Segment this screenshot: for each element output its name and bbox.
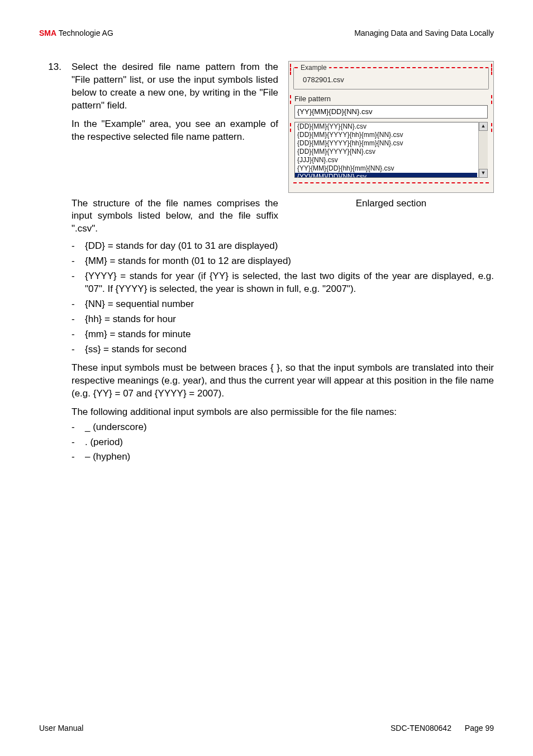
list-item: {mm} = stands for minute xyxy=(72,328,494,341)
braces-paragraph: These input symbols must be between brac… xyxy=(72,362,494,400)
list-item: – (hyphen) xyxy=(72,451,494,464)
step-number: 13. xyxy=(39,61,61,74)
scrollbar[interactable]: ▲ ▼ xyxy=(478,122,488,178)
list-item: {hh} = stands for hour xyxy=(72,313,494,326)
list-item: {YYYY} = stands for year (if {YY} is sel… xyxy=(72,270,494,296)
step-paragraph-1: Select the desired file name pattern fro… xyxy=(72,61,278,112)
page-footer: User Manual SDC-TEN080642 Page 99 xyxy=(39,723,494,734)
figure-bottom-dash xyxy=(293,182,489,187)
footer-page-number: Page 99 xyxy=(465,724,494,733)
file-pattern-label: File pattern xyxy=(294,94,488,104)
figure-caption: Enlarged section xyxy=(288,197,494,236)
list-item[interactable]: {DD}{MM}{YY}{NN}.csv xyxy=(295,122,477,131)
file-pattern-list[interactable]: {DD}{MM}{YY}{NN}.csv {DD}{MM}{YYYY}{hh}{… xyxy=(294,122,488,178)
example-value: 0782901.csv xyxy=(299,75,483,85)
header-section-title: Managing Data and Saving Data Locally xyxy=(354,28,494,39)
step-paragraph-2: In the "Example" area, you see an exampl… xyxy=(72,118,278,144)
list-item: {MM} = stands for month (01 to 12 are di… xyxy=(72,255,494,268)
list-item: {ss} = stands for second xyxy=(72,343,494,356)
list-item: . (period) xyxy=(72,436,494,449)
list-item[interactable]: {YY}{MM}{DD}{hh}{mm}{NN}.csv xyxy=(295,164,477,173)
symbol-list: {DD} = stands for day (01 to 31 are disp… xyxy=(72,240,494,356)
additional-symbols-intro: The following additional input symbols a… xyxy=(72,406,494,419)
example-group: Example 0782901.csv xyxy=(293,67,489,90)
list-item: {NN} = sequential number xyxy=(72,298,494,311)
page-header: SMA Technologie AG Managing Data and Sav… xyxy=(39,28,494,39)
figure-enlarged-section: Example 0782901.csv File pattern {YY}{MM… xyxy=(288,61,494,193)
footer-doc-id: SDC-TEN080642 xyxy=(391,724,451,733)
scroll-down-icon[interactable]: ▼ xyxy=(479,169,488,178)
extras-list: _ (underscore) . (period) – (hyphen) xyxy=(72,421,494,464)
scroll-up-icon[interactable]: ▲ xyxy=(479,122,488,131)
brand-name: SMA xyxy=(39,29,56,37)
brand-suffix: Technologie AG xyxy=(56,29,113,37)
structure-paragraph: The structure of the file names comprise… xyxy=(72,197,278,236)
header-left: SMA Technologie AG xyxy=(39,28,113,39)
file-pattern-input[interactable]: {YY}{MM}{DD}{NN}.csv xyxy=(294,105,488,119)
list-item: _ (underscore) xyxy=(72,421,494,434)
list-item[interactable]: {DD}{MM}{YYYY}{NN}.csv xyxy=(295,148,477,156)
footer-left: User Manual xyxy=(39,723,83,734)
list-item[interactable]: {DD}{MM}{YYYY}{hh}{mm}{NN}.csv xyxy=(295,131,477,139)
list-item[interactable]: {JJJ}{NN}.csv xyxy=(295,156,477,164)
example-label: Example xyxy=(298,63,329,72)
list-item-selected[interactable]: {YY}{MM}{DD}{NN}.csv xyxy=(295,173,477,178)
list-item: {DD} = stands for day (01 to 31 are disp… xyxy=(72,240,494,253)
list-item[interactable]: {DD}{MM}{YYYY}{hh}{mm}{NN}.csv xyxy=(295,139,477,148)
